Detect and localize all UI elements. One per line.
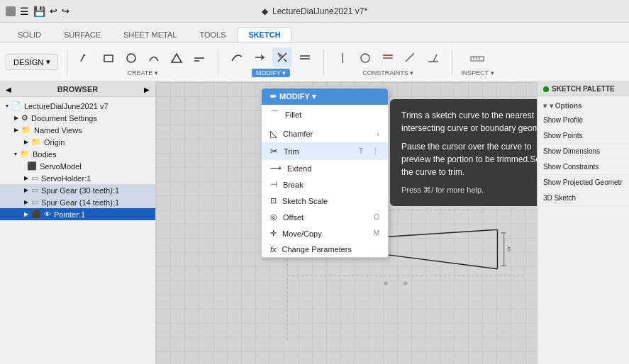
dropdown-menu: ✏ MODIFY ▾ ⌒ Fillet ◺ Chamfer › ✂ Trim T… — [261, 88, 389, 258]
tab-sheet-metal[interactable]: SHEET METAL — [113, 27, 187, 42]
dropdown-item-extend[interactable]: ⟶ Extend — [262, 160, 388, 176]
constraint-vline-btn[interactable] — [333, 48, 352, 68]
svg-marker-2 — [172, 54, 182, 62]
dropdown-header[interactable]: ✏ MODIFY ▾ — [262, 89, 388, 105]
tab-solid[interactable]: SOLID — [7, 27, 52, 42]
design-label: DESIGN — [13, 58, 43, 67]
tree-item-spur-14[interactable]: ▶ ▭ Spur Gear (14 teeth):1 — [0, 196, 155, 208]
modify-arc-btn[interactable] — [227, 47, 247, 67]
sidebar-collapse-right[interactable]: ▶ — [144, 86, 150, 93]
show-dimensions-label: Show Dimensions — [543, 147, 600, 155]
chamfer-icon: ◺ — [270, 128, 277, 139]
panel-header: SKETCH PALETTE — [538, 82, 629, 96]
modify-dropdown-icon: ✏ — [270, 92, 277, 101]
tree-item-servo-model[interactable]: ⬛ ServoModel — [0, 160, 155, 172]
panel-btn-3d-sketch[interactable]: 3D Sketch — [538, 190, 629, 206]
tree-item-root[interactable]: ▾ 📄 LectureDialJune2021 v7 — [0, 100, 155, 112]
dropdown-item-move-copy[interactable]: ✛ Move/Copy M — [262, 225, 388, 241]
panel-btn-show-constraints[interactable]: Show Constraints — [538, 159, 629, 175]
design-button[interactable]: DESIGN ▾ — [6, 54, 58, 70]
constraint-angle-btn[interactable] — [423, 48, 443, 68]
svg-point-9 — [361, 54, 369, 62]
trim-more-icon: ⋮ — [372, 147, 379, 156]
tree-chevron-pointer: ▶ — [24, 211, 28, 217]
sketch-scale-label: Sketch Scale — [282, 197, 328, 205]
tree-item-bodies[interactable]: ▾ 📁 Bodies — [0, 148, 155, 160]
panel-btn-show-points[interactable]: Show Points — [538, 128, 629, 144]
tree-chevron-spur30: ▶ — [24, 187, 28, 193]
options-label: ▾ Options — [550, 102, 582, 110]
menu-icon[interactable]: ☰ — [20, 6, 29, 17]
redo-icon[interactable]: ↪ — [62, 6, 69, 16]
constraint-hline-btn[interactable] — [378, 48, 398, 68]
modify-label[interactable]: MODIFY ▾ — [252, 69, 290, 77]
dropdown-item-sketch-scale[interactable]: ⊡ Sketch Scale — [262, 193, 388, 209]
move-icon: ✛ — [270, 229, 277, 238]
dropdown-item-fillet[interactable]: ⌒ Fillet — [262, 105, 388, 125]
tree-item-doc-settings[interactable]: ▶ ⚙ Document Settings — [0, 112, 155, 124]
sidebar-collapse-left[interactable]: ◀ — [6, 86, 11, 93]
tab-sketch[interactable]: SKETCH — [238, 27, 291, 42]
dropdown-item-trim[interactable]: ✂ Trim T ⋮ — [262, 142, 388, 160]
dropdown-item-change-params[interactable]: fx Change Parameters — [262, 241, 388, 257]
constraint-diag-btn[interactable] — [401, 48, 421, 68]
dropdown-item-chamfer[interactable]: ◺ Chamfer › — [262, 125, 388, 142]
dropdown-item-offset[interactable]: ◎ Offset O — [262, 209, 388, 225]
constraint-tool-btn[interactable] — [189, 48, 209, 68]
create-label[interactable]: CREATE ▾ — [128, 69, 158, 76]
fillet-icon: ⌒ — [270, 108, 279, 121]
right-panel: SKETCH PALETTE ▾ ▾ Options Show Profile … — [537, 82, 629, 364]
params-icon: fx — [270, 245, 277, 254]
panel-section-options: ▾ ▾ Options Show Profile Show Points Sho… — [538, 96, 629, 209]
panel-btn-show-profile[interactable]: Show Profile — [538, 113, 629, 128]
canvas-area[interactable]: 5 ✏ MODIFY ▾ ⌒ Fillet ◺ Chamfer › ✂ — [156, 82, 537, 364]
inspect-section: INSPECT ▾ — [461, 48, 494, 76]
tree-label-doc: Document Settings — [31, 114, 97, 123]
tree-chevron-holder: ▶ — [24, 175, 28, 181]
tree-chevron-doc: ▶ — [14, 115, 18, 121]
tab-surface[interactable]: SURFACE — [53, 27, 111, 42]
svg-point-5 — [279, 55, 282, 57]
inspect-label[interactable]: INSPECT ▾ — [461, 69, 494, 76]
save-icon[interactable]: 💾 — [33, 6, 45, 17]
constraints-label[interactable]: CONSTRAINTS ▾ — [362, 69, 413, 76]
tree-icon-spur30: ▭ — [31, 186, 38, 195]
circle-tool-btn[interactable] — [121, 48, 141, 68]
arc-tool-btn[interactable] — [144, 48, 164, 68]
tooltip-popup: Trims a sketch curve to the nearest inte… — [390, 99, 537, 206]
modify-extend-btn[interactable] — [250, 47, 269, 67]
tree-label-origin: Origin — [44, 138, 65, 147]
break-icon: ⊣ — [270, 180, 277, 189]
undo-icon[interactable]: ↩ — [50, 6, 57, 16]
svg-point-31 — [403, 281, 408, 285]
rect-tool-btn[interactable] — [99, 48, 118, 68]
tree-icon-eye: 👁 — [44, 210, 51, 218]
tooltip-shortcut: Press ⌘/ for more help. — [401, 184, 537, 196]
constraint-circle-btn[interactable] — [355, 48, 375, 68]
tree-item-origin[interactable]: ▶ 📁 Origin — [0, 136, 155, 148]
tab-tools[interactable]: TOOLS — [189, 27, 236, 42]
tooltip-line2: Pause the cursor over the curve to previ… — [401, 140, 537, 178]
extend-icon: ⟶ — [270, 164, 282, 173]
tree-item-servo-holder[interactable]: ▶ ▭ ServoHolder:1 — [0, 172, 155, 184]
tree-item-pointer[interactable]: ▶ ⬛ 👁 Pointer:1 — [0, 208, 155, 220]
panel-btn-show-projected[interactable]: Show Projected Geometr — [538, 175, 629, 190]
panel-title: SKETCH PALETTE — [552, 85, 615, 93]
dropdown-item-break[interactable]: ⊣ Break — [262, 176, 388, 193]
3d-sketch-label: 3D Sketch — [543, 194, 576, 202]
title-diamond-icon: ◆ — [262, 6, 268, 16]
modify-trim-btn[interactable] — [272, 47, 292, 67]
modify-parallel-btn[interactable] — [295, 47, 315, 67]
create-section: CREATE ▾ — [76, 48, 209, 76]
inspect-ruler-btn[interactable] — [467, 48, 487, 68]
tree-chevron-root: ▾ — [6, 103, 9, 109]
panel-btn-show-dimensions[interactable]: Show Dimensions — [538, 144, 629, 159]
tree-icon-origin: 📁 — [31, 137, 41, 147]
triangle-tool-btn[interactable] — [167, 48, 187, 68]
offset-icon: ◎ — [270, 212, 277, 222]
app-icon — [6, 6, 16, 16]
line-tool-btn[interactable] — [76, 48, 96, 68]
tree-item-spur-30[interactable]: ▶ ▭ Spur Gear (30 teeth):1 — [0, 184, 155, 196]
tree-item-named-views[interactable]: ▶ 📁 Named Views — [0, 124, 155, 136]
modify-dropdown-label: MODIFY ▾ — [279, 92, 316, 101]
